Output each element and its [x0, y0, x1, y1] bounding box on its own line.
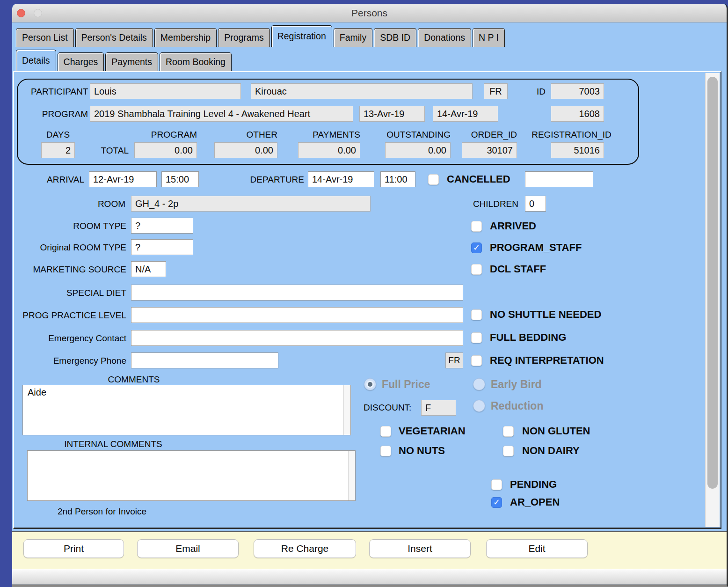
second-person-invoice-label: 2nd Person for Invoice — [58, 506, 146, 517]
outstanding-label: OUTSTANDING — [385, 130, 451, 140]
ar-open-label: AR_OPEN — [510, 496, 560, 508]
cancelled-label: CANCELLED — [447, 173, 510, 185]
reduction-label: Reduction — [491, 400, 543, 412]
cancelled-date-input[interactable] — [525, 171, 593, 187]
non-dairy-checkbox[interactable] — [503, 446, 514, 456]
room-label: ROOM — [78, 199, 125, 209]
cancelled-checkbox[interactable] — [428, 174, 439, 185]
tab-membership[interactable]: Membership — [154, 28, 217, 47]
departure-date-input[interactable] — [308, 171, 374, 187]
children-input[interactable] — [525, 196, 546, 212]
print-button[interactable]: Print — [23, 539, 124, 558]
reduction-radio[interactable] — [473, 400, 485, 412]
program-code-field: 1608 — [551, 106, 604, 122]
program-staff-checkbox[interactable] — [471, 242, 482, 253]
tab-sdb-id[interactable]: SDB ID — [374, 28, 416, 47]
full-price-radio[interactable] — [364, 378, 376, 390]
tab-registration[interactable]: Registration — [271, 25, 332, 47]
program-total-field: 0.00 — [134, 142, 197, 158]
full-bedding-checkbox[interactable] — [471, 332, 482, 343]
payments-label: PAYMENTS — [298, 130, 360, 140]
children-label: CHILDREN — [469, 199, 518, 209]
subtab-charges[interactable]: Charges — [58, 52, 104, 71]
arrival-date-input[interactable] — [89, 171, 157, 187]
first-name-field: Louis — [90, 83, 241, 99]
window-titlebar: Persons — [12, 4, 727, 22]
departure-time-input[interactable] — [380, 171, 415, 187]
emergency-phone-input[interactable] — [131, 352, 278, 368]
tab-donations[interactable]: Donations — [418, 28, 471, 47]
program-total-label: PROGRAM — [134, 130, 197, 140]
email-button[interactable]: Email — [137, 539, 239, 558]
insert-button[interactable]: Insert — [369, 539, 471, 558]
outstanding-field: 0.00 — [385, 142, 451, 158]
status-bar — [12, 569, 727, 585]
room-type-label: ROOM TYPE — [59, 221, 126, 231]
emergency-contact-label: Emergency Contact — [36, 333, 126, 344]
program-staff-label: PROGRAM_STAFF — [490, 242, 582, 254]
tab-person-list[interactable]: Person List — [16, 28, 74, 47]
program-name-field: 2019 Shambhala Training Level 4 - Awaken… — [90, 106, 353, 122]
comments-textarea[interactable]: Aide — [22, 385, 351, 435]
vegetarian-checkbox[interactable] — [380, 426, 391, 437]
order-id-label: ORDER_ID — [462, 130, 517, 140]
dcl-staff-label: DCL STAFF — [490, 263, 546, 275]
non-gluten-label: NON GLUTEN — [522, 425, 590, 437]
dcl-staff-checkbox[interactable] — [471, 264, 482, 275]
discount-field: F — [421, 400, 456, 416]
internal-comments-scrollbar[interactable] — [348, 451, 355, 500]
no-shuttle-checkbox[interactable] — [471, 309, 482, 320]
tab-family[interactable]: Family — [334, 28, 372, 47]
total-label: TOTAL — [96, 146, 129, 156]
main-tab-bar: Person List Person's Details Membership … — [16, 27, 506, 47]
recharge-button[interactable]: Re Charge — [254, 539, 356, 558]
room-field: GH_4 - 2p — [131, 196, 371, 212]
arrival-time-input[interactable] — [161, 171, 199, 187]
edit-button[interactable]: Edit — [486, 539, 588, 558]
marketing-source-label: MARKETING SOURCE — [26, 264, 126, 275]
panel-scrollbar[interactable] — [705, 73, 720, 527]
comments-scrollbar[interactable] — [343, 385, 350, 435]
non-dairy-label: NON DAIRY — [522, 445, 580, 457]
window-title: Persons — [12, 7, 727, 19]
pending-label: PENDING — [510, 478, 557, 491]
fr-language-button[interactable]: FR — [445, 352, 463, 368]
subtab-details[interactable]: Details — [16, 50, 56, 71]
tab-programs[interactable]: Programs — [218, 28, 270, 47]
emergency-contact-input[interactable] — [131, 330, 463, 346]
emergency-phone-label: Emergency Phone — [40, 356, 126, 366]
panel-scrollbar-thumb[interactable] — [707, 77, 718, 489]
pending-checkbox[interactable] — [491, 479, 502, 490]
special-diet-label: SPECIAL DIET — [59, 288, 126, 298]
registration-id-field: 51016 — [551, 142, 604, 158]
room-type-input[interactable] — [131, 218, 193, 234]
tab-npi[interactable]: N P I — [473, 28, 505, 47]
comments-label: COMMENTS — [87, 374, 181, 385]
non-gluten-checkbox[interactable] — [503, 426, 514, 437]
participant-label: PARTICIPANT — [31, 87, 88, 97]
tab-persons-details[interactable]: Person's Details — [75, 28, 153, 47]
internal-comments-textarea[interactable] — [27, 450, 356, 501]
order-id-field: 30107 — [462, 142, 517, 158]
subtab-payments[interactable]: Payments — [105, 52, 158, 71]
arrived-label: ARRIVED — [490, 220, 536, 232]
prog-practice-level-label: PROG PRACTICE LEVEL — [17, 310, 126, 321]
ar-open-checkbox[interactable] — [491, 497, 502, 508]
no-nuts-label: NO NUTS — [399, 445, 445, 457]
program-end-date-field: 14-Avr-19 — [433, 106, 498, 122]
other-total-field: 0.00 — [214, 142, 277, 158]
req-interpretation-checkbox[interactable] — [471, 355, 482, 366]
prog-practice-level-input[interactable] — [131, 307, 463, 323]
subtab-room-booking[interactable]: Room Booking — [160, 52, 232, 71]
arrived-checkbox[interactable] — [471, 221, 482, 232]
full-bedding-label: FULL BEDDING — [490, 331, 566, 344]
no-nuts-checkbox[interactable] — [380, 446, 391, 456]
sub-tab-bar: Details Charges Payments Room Booking — [16, 51, 233, 71]
original-room-type-input[interactable] — [131, 239, 193, 255]
last-name-field: Kirouac — [251, 83, 473, 99]
program-start-date-field: 13-Avr-19 — [359, 106, 425, 122]
special-diet-input[interactable] — [131, 285, 463, 301]
departure-label: DEPARTURE — [241, 175, 304, 185]
early-bird-radio[interactable] — [473, 378, 485, 390]
marketing-source-input[interactable] — [131, 261, 166, 277]
